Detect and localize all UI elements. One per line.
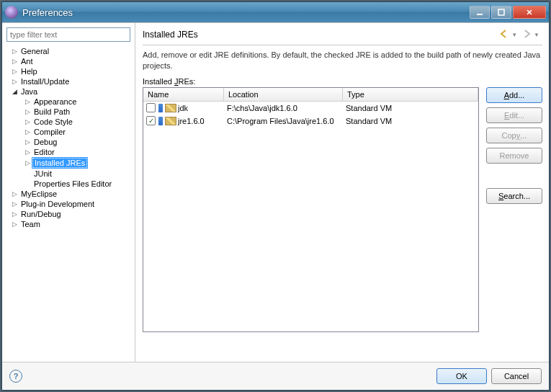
tree-item[interactable]: ▷Help bbox=[6, 66, 130, 76]
tree-item-label: Properties Files Editor bbox=[32, 179, 113, 188]
help-icon[interactable]: ? bbox=[9, 370, 22, 383]
tree-item[interactable]: ◢Java bbox=[6, 86, 130, 97]
jre-name: jre1.6.0 bbox=[178, 117, 205, 125]
arrow-collapsed-icon[interactable]: ▷ bbox=[11, 190, 18, 197]
tree-item-label: Appearance bbox=[32, 97, 78, 106]
tree-item-label: MyEclipse bbox=[19, 190, 58, 198]
arrow-collapsed-icon[interactable]: ▷ bbox=[11, 200, 18, 208]
arrow-collapsed-icon[interactable]: ▷ bbox=[11, 210, 18, 218]
arrow-collapsed-icon[interactable]: ▷ bbox=[11, 48, 18, 55]
column-type[interactable]: Type bbox=[343, 88, 478, 101]
tree-item-label: Help bbox=[19, 67, 39, 76]
cancel-button[interactable]: Cancel bbox=[491, 368, 542, 384]
window-title: Preferences bbox=[22, 7, 468, 18]
jre-table[interactable]: Name Location Type jdkF:\chs\Java\jdk1.6… bbox=[143, 87, 479, 332]
minimize-button[interactable] bbox=[470, 6, 490, 19]
forward-dropdown-icon[interactable]: ▼ bbox=[534, 32, 539, 38]
ok-button[interactable]: OK bbox=[436, 368, 487, 384]
left-pane: ▷General▷Ant▷Help▷Install/Update◢Java▷Ap… bbox=[2, 23, 135, 362]
arrow-collapsed-icon[interactable]: ▷ bbox=[11, 220, 18, 228]
back-button[interactable] bbox=[499, 29, 511, 40]
arrow-collapsed-icon[interactable]: ▷ bbox=[24, 98, 31, 105]
cell-name: jdk bbox=[143, 103, 224, 112]
remove-button[interactable]: Remove bbox=[486, 148, 542, 164]
arrow-collapsed-icon[interactable]: ▷ bbox=[24, 159, 31, 166]
forward-button[interactable] bbox=[521, 29, 533, 40]
library-icon bbox=[165, 104, 176, 112]
tree-item-label: Ant bbox=[19, 57, 35, 66]
button-column: Add... Edit... Copy... Remove Search... bbox=[486, 87, 542, 332]
page-description: Add, remove or edit JRE definitions. By … bbox=[143, 50, 542, 71]
maximize-button[interactable] bbox=[491, 6, 511, 19]
column-name[interactable]: Name bbox=[143, 88, 224, 101]
arrow-collapsed-icon[interactable]: ▷ bbox=[24, 108, 31, 115]
arrow-collapsed-icon[interactable]: ▷ bbox=[11, 58, 18, 65]
arrow-expanded-icon[interactable]: ◢ bbox=[11, 88, 18, 95]
table-button-row: Name Location Type jdkF:\chs\Java\jdk1.6… bbox=[143, 87, 542, 332]
arrow-collapsed-icon[interactable]: ▷ bbox=[24, 148, 31, 156]
tree-item[interactable]: ▷General bbox=[6, 46, 130, 56]
tree-item[interactable]: ▷Plug-in Development bbox=[6, 199, 130, 209]
tree-item-label: Code Style bbox=[32, 117, 74, 126]
button-spacer bbox=[486, 168, 542, 184]
java-icon bbox=[158, 117, 163, 125]
table-label: Installed JREs: bbox=[143, 77, 542, 86]
tree-item[interactable]: Properties Files Editor bbox=[6, 179, 130, 189]
filter-input[interactable] bbox=[6, 27, 130, 42]
tree-item[interactable]: ▷Ant bbox=[6, 56, 130, 66]
table-header[interactable]: Name Location Type bbox=[143, 88, 478, 102]
arrow-collapsed-icon[interactable]: ▷ bbox=[24, 138, 31, 146]
edit-button[interactable]: Edit... bbox=[486, 107, 542, 123]
tree-item-label: Plug-in Development bbox=[19, 200, 96, 208]
tree-item[interactable]: JUnit bbox=[6, 169, 130, 179]
tree-item-label: JUnit bbox=[32, 169, 53, 178]
cell-name: jre1.6.0 bbox=[143, 116, 224, 125]
titlebar: Preferences bbox=[2, 2, 549, 22]
cell-type: Standard VM bbox=[343, 117, 478, 125]
tree-item-label: Compiler bbox=[32, 128, 67, 136]
tree-item[interactable]: ▷MyEclipse bbox=[6, 189, 130, 199]
tree-item-label: Team bbox=[19, 220, 42, 228]
cell-location: C:\Program Files\Java\jre1.6.0 bbox=[224, 117, 343, 125]
tree-item[interactable]: ▷Debug bbox=[6, 137, 130, 147]
tree-item[interactable]: ▷Team bbox=[6, 219, 130, 229]
copy-button[interactable]: Copy... bbox=[486, 128, 542, 143]
close-button[interactable] bbox=[513, 6, 546, 19]
cell-location: F:\chs\Java\jdk1.6.0 bbox=[224, 104, 343, 112]
tree-item[interactable]: ▷Run/Debug bbox=[6, 209, 130, 219]
checkbox[interactable] bbox=[146, 116, 156, 125]
page-title: Installed JREs bbox=[143, 30, 498, 40]
tree-item[interactable]: ▷Installed JREs bbox=[6, 157, 130, 169]
tree-item-label: Install/Update bbox=[19, 77, 71, 86]
table-body: jdkF:\chs\Java\jdk1.6.0Standard VMjre1.6… bbox=[143, 102, 478, 128]
footer: ? OK Cancel bbox=[2, 362, 549, 390]
add-button[interactable]: Add... bbox=[486, 87, 542, 103]
arrow-collapsed-icon[interactable]: ▷ bbox=[24, 128, 31, 135]
tree-item[interactable]: ▷Install/Update bbox=[6, 76, 130, 86]
tree-item[interactable]: ▷Compiler bbox=[6, 127, 130, 137]
table-row[interactable]: jdkF:\chs\Java\jdk1.6.0Standard VM bbox=[143, 102, 478, 115]
column-location[interactable]: Location bbox=[224, 88, 343, 101]
table-row[interactable]: jre1.6.0C:\Program Files\Java\jre1.6.0St… bbox=[143, 115, 478, 128]
back-dropdown-icon[interactable]: ▼ bbox=[511, 32, 517, 38]
right-pane: Installed JREs ▼ ▼ Add, remove or edit J… bbox=[135, 23, 550, 362]
tree-item[interactable]: ▷Build Path bbox=[6, 107, 130, 117]
tree-item[interactable]: ▷Appearance bbox=[6, 97, 130, 107]
page-header: Installed JREs ▼ ▼ bbox=[143, 29, 542, 45]
checkbox[interactable] bbox=[146, 103, 156, 112]
category-tree[interactable]: ▷General▷Ant▷Help▷Install/Update◢Java▷Ap… bbox=[6, 46, 130, 357]
tree-item[interactable]: ▷Code Style bbox=[6, 117, 130, 127]
tree-item[interactable]: ▷Editor bbox=[6, 147, 130, 157]
arrow-collapsed-icon[interactable]: ▷ bbox=[24, 118, 31, 125]
preferences-window: Preferences ▷General▷Ant▷Help▷Install/Up… bbox=[1, 1, 550, 391]
search-button[interactable]: Search... bbox=[486, 188, 542, 204]
arrow-collapsed-icon[interactable]: ▷ bbox=[11, 78, 18, 85]
cell-type: Standard VM bbox=[343, 104, 478, 112]
tree-item-label: Installed JREs bbox=[32, 158, 87, 168]
java-icon bbox=[158, 104, 163, 112]
arrow-collapsed-icon bbox=[24, 180, 31, 187]
tree-item-label: Java bbox=[19, 87, 39, 96]
library-icon bbox=[165, 117, 176, 125]
arrow-collapsed-icon[interactable]: ▷ bbox=[11, 68, 18, 75]
svg-rect-1 bbox=[498, 9, 504, 15]
